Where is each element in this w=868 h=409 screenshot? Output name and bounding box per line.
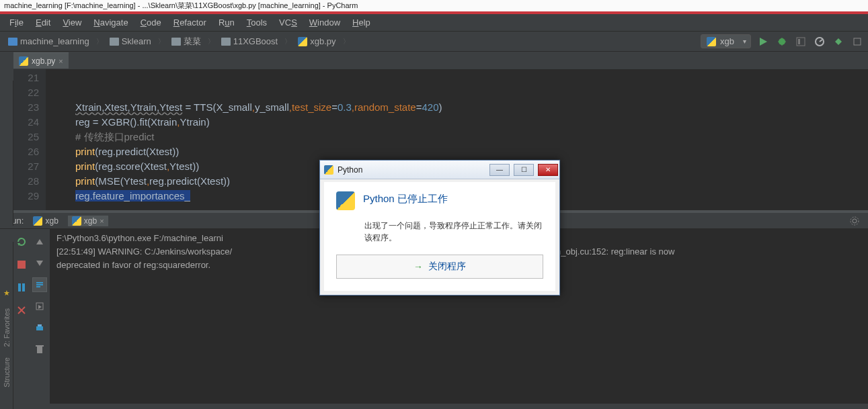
navigation-bar: machine_learning 〉 Sklearn 〉 菜菜 〉 11XGBo… [0,32,868,52]
run-config-selector[interactable]: xgb [701,34,751,48]
menu-help[interactable]: Help [347,16,376,29]
scroll-to-end-button[interactable] [32,299,47,314]
dialog-title-text: Python [338,165,485,175]
breadcrumb-item[interactable]: Sklearn [106,35,155,48]
menu-run[interactable]: Run [213,16,240,29]
run-button[interactable] [756,35,770,48]
editor-tab-bar: xgb.py × [0,52,868,69]
menu-refactor[interactable]: Refactor [168,16,212,29]
svg-marker-20 [38,305,42,309]
python-icon [336,191,355,210]
trash-button[interactable] [32,342,47,357]
dialog-body: Python 已停止工作 出现了一个问题，导致程序停止正常工作。请关闭该程序。 … [320,179,559,295]
breadcrumb-root[interactable]: machine_learning [4,35,93,48]
python-file-icon [33,216,42,226]
close-program-button[interactable]: → 关闭程序 [336,255,543,279]
chevron-right-icon: 〉 [284,37,291,46]
exit-button[interactable] [14,303,29,318]
menu-code[interactable]: Code [135,16,167,29]
svg-rect-23 [37,347,42,353]
sidetab-structure[interactable]: Structure [3,357,11,388]
menu-navigate[interactable]: Navigate [88,16,133,29]
svg-rect-21 [36,326,43,330]
chevron-right-icon: 〉 [208,37,214,46]
run-tab-active[interactable]: xgb × [68,216,108,226]
svg-rect-4 [797,38,805,46]
coverage-button[interactable] [794,35,807,48]
svg-rect-14 [22,283,25,291]
menu-edit[interactable]: Edit [30,16,56,29]
python-file-icon [72,216,81,226]
svg-point-10 [851,217,859,225]
menu-view[interactable]: View [57,16,87,29]
menu-file[interactable]: File [4,16,29,29]
close-icon[interactable]: × [100,217,104,225]
minimize-button[interactable]: — [489,164,510,176]
run-config-label: xgb [720,36,734,46]
svg-marker-0 [760,38,767,46]
python-file-icon [707,37,716,46]
svg-rect-8 [854,38,861,45]
run-left-toolbar-1 [13,229,30,404]
breadcrumb-label: machine_learning [20,36,89,46]
print-button[interactable] [32,320,47,335]
chevron-right-icon: 〉 [158,37,165,46]
gear-icon[interactable] [848,214,861,228]
svg-line-7 [820,40,822,42]
close-icon[interactable]: × [58,57,63,65]
arrow-right-icon: → [413,261,423,272]
dialog-titlebar[interactable]: Python — ☐ ✕ [320,161,559,179]
search-everywhere-button[interactable] [851,35,864,48]
soft-wrap-button[interactable] [32,277,47,292]
window-titlebar: machine_learning [F:\machine_learning] -… [0,0,868,11]
python-icon [324,165,333,175]
breadcrumb-item[interactable]: 菜菜 [167,34,205,49]
line-gutter: 21 22 23 24 25 26 27 28 29 [13,69,46,210]
button-label: 关闭程序 [428,261,466,273]
chevron-right-icon: 〉 [96,37,103,46]
breadcrumb-label: xgb.py [310,36,336,46]
folder-icon [110,38,119,46]
python-file-icon [19,56,28,66]
up-button[interactable] [32,234,47,249]
star-icon[interactable]: ★ [3,289,10,298]
breadcrumb-file[interactable]: xgb.py [294,35,340,48]
svg-point-9 [853,219,857,223]
close-button[interactable]: ✕ [538,164,558,176]
svg-marker-18 [36,261,43,266]
left-tool-rail-bottom[interactable]: ★ 2: Favorites Structure [0,242,13,409]
svg-rect-12 [17,261,26,269]
editor-tab[interactable]: xgb.py × [13,52,69,69]
python-file-icon [298,37,307,46]
attach-button[interactable] [832,35,845,48]
folder-icon [171,38,181,46]
svg-rect-13 [18,283,21,291]
rerun-button[interactable] [14,234,29,249]
menu-window[interactable]: Window [304,16,346,29]
sidetab-favorites[interactable]: 2: Favorites [3,308,11,347]
editor-tab-label: xgb.py [32,56,55,66]
left-tool-rail[interactable] [0,81,13,226]
svg-marker-17 [36,239,43,244]
profile-button[interactable] [813,35,826,48]
pause-button[interactable] [14,280,29,295]
breadcrumb-item[interactable]: 11XGBoost [217,35,282,48]
menu-tools[interactable]: Tools [241,16,272,29]
chevron-right-icon: 〉 [343,37,350,46]
maximize-button[interactable]: ☐ [514,164,534,176]
breadcrumb-label: 11XGBoost [233,36,278,46]
svg-rect-5 [798,39,800,44]
debug-button[interactable] [775,35,789,48]
run-left-toolbar-2 [30,229,50,404]
svg-rect-24 [36,345,44,347]
folder-icon [8,38,17,46]
dialog-message: 出现了一个问题，导致程序停止正常工作。请关闭该程序。 [364,220,543,244]
down-button[interactable] [32,256,47,271]
menu-bar: File Edit View Navigate Code Refactor Ru… [0,14,868,32]
run-tab[interactable]: xgb [29,216,62,226]
dialog-heading: Python 已停止工作 [363,193,448,206]
error-dialog: Python — ☐ ✕ Python 已停止工作 出现了一个问题，导致程序停止… [319,160,560,296]
svg-rect-22 [38,324,42,326]
stop-button[interactable] [14,257,29,272]
menu-vcs[interactable]: VCS [274,16,303,29]
